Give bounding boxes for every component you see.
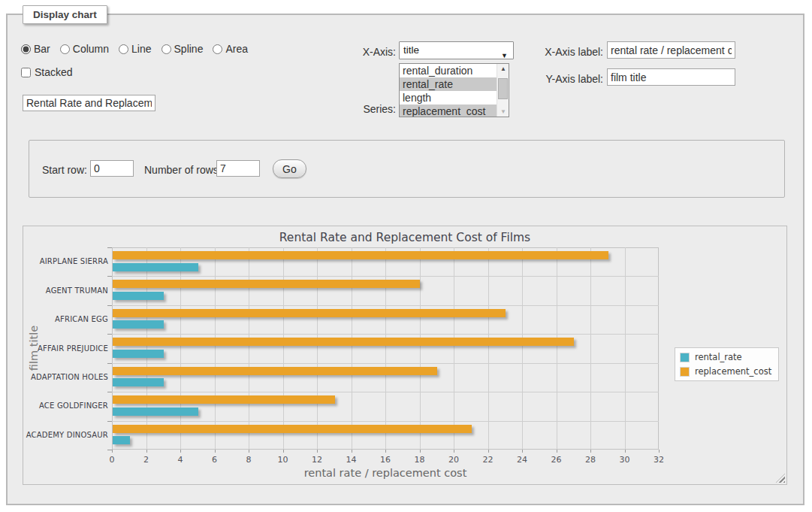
x-axis-title: rental rate / replacement cost	[112, 467, 659, 479]
scrollbar-thumb[interactable]	[498, 78, 508, 99]
chart-bar-rental_rate	[113, 292, 164, 300]
chart-bar-rental_rate	[113, 436, 130, 444]
chart-title: Rental Rate and Replacement Cost of Film…	[23, 231, 786, 244]
chart-bar-replacement_cost	[113, 425, 472, 433]
chart-type-option-bar[interactable]: Bar	[21, 43, 50, 55]
radio-column[interactable]	[60, 44, 70, 54]
gridline	[112, 363, 659, 364]
chart-type-option-line[interactable]: Line	[119, 43, 151, 55]
x-tick-label: 24	[507, 455, 537, 465]
gridline	[112, 421, 659, 422]
scroll-down-icon[interactable]: ▼	[497, 108, 509, 115]
chart-type-label: Line	[131, 43, 151, 55]
gridline	[112, 392, 659, 392]
y-tick-mark	[107, 421, 112, 422]
gridline	[112, 305, 659, 306]
x-tick-mark	[317, 450, 318, 453]
x-tick-label: 28	[575, 455, 605, 465]
x-tick-label: 10	[268, 455, 298, 465]
x-tick-label: 8	[234, 455, 264, 465]
x-tick-mark	[522, 450, 523, 453]
scroll-up-icon[interactable]: ▲	[497, 65, 509, 72]
series-option-replacement_cost[interactable]: replacement_cost	[400, 105, 497, 117]
start-row-label: Start row:	[42, 164, 87, 176]
x-tick-mark	[385, 450, 386, 453]
go-button[interactable]: Go	[273, 159, 306, 178]
legend-label: replacement_cost	[690, 366, 771, 377]
x-tick-mark	[590, 450, 591, 453]
category-label: AGENT TRUMAN	[46, 286, 108, 295]
y-axis-label-field-label: Y-Axis label:	[526, 73, 603, 85]
chart-type-option-spline[interactable]: Spline	[161, 43, 204, 55]
rows-panel: Start row: Number of rows: Go	[29, 140, 785, 198]
gridline	[112, 276, 659, 277]
x-tick-label: 16	[370, 455, 400, 465]
legend-label: rental_rate	[690, 352, 742, 362]
x-tick-mark	[352, 450, 352, 453]
gridline	[385, 247, 386, 450]
chart-type-option-column[interactable]: Column	[60, 43, 109, 55]
chart-bar-rental_rate	[113, 320, 164, 329]
gridline	[625, 247, 626, 450]
x-tick-label: 26	[542, 455, 572, 465]
x-tick-mark	[180, 450, 181, 453]
stacked-checkbox[interactable]	[21, 68, 31, 77]
gridline	[352, 247, 352, 450]
category-label: ACADEMY DINOSAUR	[26, 431, 108, 439]
category-label: ACE GOLDFINGER	[39, 401, 108, 410]
x-tick-mark	[420, 450, 421, 453]
chart-bar-replacement_cost	[113, 338, 574, 346]
x-axis-select[interactable]: title ▼	[399, 41, 514, 59]
series-option-rental_duration[interactable]: rental_duration	[400, 64, 497, 77]
radio-bar[interactable]	[21, 44, 31, 54]
x-tick-label: 30	[610, 455, 640, 465]
y-tick-mark	[107, 363, 112, 364]
y-axis-label-input[interactable]	[607, 68, 735, 86]
chart-type-option-area[interactable]: Area	[213, 43, 248, 55]
category-label: AIRPLANE SIERRA	[40, 257, 108, 265]
number-of-rows-input[interactable]	[216, 160, 260, 177]
gridline	[420, 247, 421, 450]
x-tick-mark	[659, 450, 660, 453]
x-tick-mark	[488, 450, 489, 453]
y-tick-mark	[107, 392, 112, 392]
radio-spline[interactable]	[161, 44, 171, 54]
chart-bar-replacement_cost	[113, 395, 335, 404]
x-tick-label: 4	[165, 455, 195, 465]
gridline	[180, 247, 181, 450]
y-tick-mark	[107, 247, 112, 248]
chart-bar-replacement_cost	[113, 367, 437, 375]
resize-grip-icon[interactable]	[776, 474, 785, 483]
series-option-rental_rate[interactable]: rental_rate	[400, 77, 497, 91]
x-axis-selected-value: title	[403, 44, 419, 56]
gridline	[146, 247, 147, 450]
radio-area[interactable]	[213, 44, 222, 54]
x-tick-label: 18	[405, 455, 435, 465]
radio-line[interactable]	[119, 44, 128, 54]
series-scrollbar[interactable]: ▲ ▼	[497, 64, 509, 117]
x-tick-mark	[283, 450, 284, 453]
panel-title: Display chart	[23, 5, 107, 24]
replacement_cost-swatch	[680, 367, 690, 377]
chart-type-radiogroup: BarColumnLineSplineArea	[21, 43, 248, 55]
chart-bar-replacement_cost	[113, 251, 608, 259]
stacked-label: Stacked	[35, 66, 73, 78]
x-tick-mark	[249, 450, 249, 453]
start-row-input[interactable]	[90, 160, 134, 177]
gridline	[112, 334, 659, 335]
x-tick-mark	[146, 450, 147, 453]
series-listbox[interactable]: rental_durationrental_ratelengthreplacem…	[399, 63, 509, 117]
x-tick-label: 6	[200, 455, 230, 465]
x-tick-mark	[625, 450, 626, 453]
series-option-length[interactable]: length	[400, 91, 497, 105]
chart-title-input[interactable]	[23, 95, 155, 111]
x-tick-mark	[557, 450, 557, 453]
category-label: AFRICAN EGG	[55, 315, 108, 323]
x-axis-label-input[interactable]	[607, 41, 735, 59]
chart-bar-rental_rate	[113, 263, 198, 271]
stacked-option[interactable]: Stacked	[21, 66, 73, 78]
series-options: rental_durationrental_ratelengthreplacem…	[400, 64, 497, 117]
gridline	[522, 247, 523, 450]
x-tick-label: 32	[644, 455, 674, 465]
series-select-label: Series:	[336, 103, 396, 115]
